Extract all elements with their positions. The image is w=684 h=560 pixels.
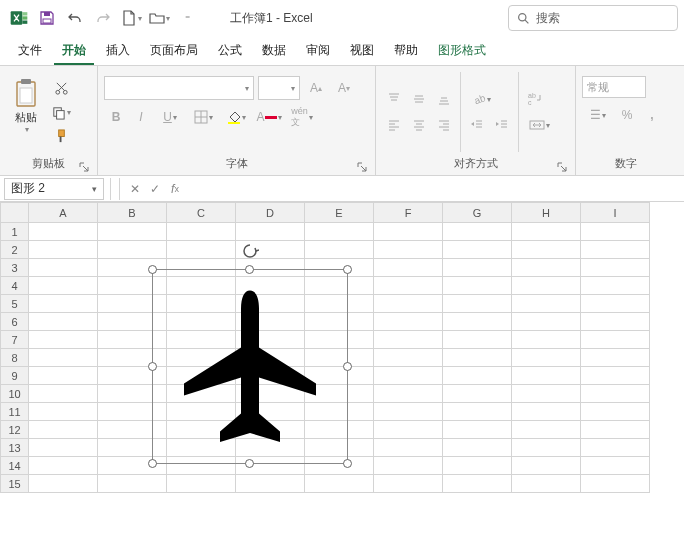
cell[interactable] (374, 439, 443, 457)
cell[interactable] (29, 439, 98, 457)
tab-review[interactable]: 审阅 (298, 37, 338, 65)
tab-formulas[interactable]: 公式 (210, 37, 250, 65)
cell[interactable] (29, 295, 98, 313)
cell[interactable] (374, 475, 443, 493)
cell[interactable] (29, 313, 98, 331)
cell[interactable] (581, 439, 650, 457)
cell[interactable] (167, 475, 236, 493)
cell[interactable] (374, 349, 443, 367)
row-header-11[interactable]: 11 (1, 403, 29, 421)
cell[interactable] (512, 367, 581, 385)
number-format-combo[interactable]: 常规 (582, 76, 646, 98)
resize-handle-se[interactable] (343, 459, 352, 468)
cell[interactable] (29, 259, 98, 277)
col-header-D[interactable]: D (236, 203, 305, 223)
cell[interactable] (374, 421, 443, 439)
cell[interactable] (29, 403, 98, 421)
merge-center-button[interactable]: ▾ (523, 114, 555, 136)
col-header-F[interactable]: F (374, 203, 443, 223)
cell[interactable] (581, 385, 650, 403)
cell[interactable] (374, 277, 443, 295)
cell[interactable] (29, 223, 98, 241)
align-bottom-button[interactable] (432, 88, 456, 110)
cell[interactable] (581, 223, 650, 241)
align-middle-button[interactable] (407, 88, 431, 110)
cell[interactable] (374, 331, 443, 349)
percent-button[interactable]: % (615, 104, 639, 126)
cell[interactable] (512, 439, 581, 457)
cell[interactable] (443, 349, 512, 367)
cell[interactable] (581, 403, 650, 421)
cell[interactable] (443, 421, 512, 439)
undo-icon[interactable] (62, 5, 88, 31)
cell[interactable] (305, 223, 374, 241)
cell[interactable] (29, 385, 98, 403)
open-file-icon[interactable]: ▾ (146, 5, 172, 31)
col-header-E[interactable]: E (305, 203, 374, 223)
cell[interactable] (305, 241, 374, 259)
row-header-1[interactable]: 1 (1, 223, 29, 241)
new-file-icon[interactable]: ▾ (118, 5, 144, 31)
cell[interactable] (374, 457, 443, 475)
resize-handle-e[interactable] (343, 362, 352, 371)
cancel-formula-button[interactable]: ✕ (126, 180, 144, 198)
font-color-button[interactable]: A▾ (253, 106, 285, 128)
copy-button[interactable]: ▾ (48, 100, 74, 124)
cell[interactable] (443, 277, 512, 295)
cell[interactable] (98, 223, 167, 241)
cell[interactable] (512, 385, 581, 403)
confirm-formula-button[interactable]: ✓ (146, 180, 164, 198)
cell[interactable] (443, 241, 512, 259)
row-header-10[interactable]: 10 (1, 385, 29, 403)
col-header-C[interactable]: C (167, 203, 236, 223)
cell[interactable] (374, 295, 443, 313)
row-header-2[interactable]: 2 (1, 241, 29, 259)
formula-input[interactable] (188, 178, 684, 200)
cell[interactable] (443, 403, 512, 421)
cell[interactable] (443, 259, 512, 277)
tab-shape-format[interactable]: 图形格式 (430, 37, 494, 65)
cell[interactable] (512, 241, 581, 259)
resize-handle-nw[interactable] (148, 265, 157, 274)
cell[interactable] (443, 457, 512, 475)
align-left-button[interactable] (382, 114, 406, 136)
select-all-corner[interactable] (1, 203, 29, 223)
cell[interactable] (512, 223, 581, 241)
phonetic-button[interactable]: wén文▾ (286, 106, 318, 128)
excel-app-icon[interactable] (6, 5, 32, 31)
cell[interactable] (512, 259, 581, 277)
currency-button[interactable]: ☰▾ (582, 104, 614, 126)
wrap-text-button[interactable]: abc (523, 88, 547, 110)
save-icon[interactable] (34, 5, 60, 31)
align-right-button[interactable] (432, 114, 456, 136)
orientation-button[interactable]: ab▾ (465, 88, 497, 110)
cell[interactable] (581, 367, 650, 385)
tab-view[interactable]: 视图 (342, 37, 382, 65)
cell[interactable] (29, 277, 98, 295)
cell[interactable] (581, 259, 650, 277)
cell[interactable] (512, 295, 581, 313)
cell[interactable] (374, 223, 443, 241)
cell[interactable] (29, 241, 98, 259)
cell[interactable] (581, 349, 650, 367)
cell[interactable] (374, 313, 443, 331)
cell[interactable] (512, 313, 581, 331)
paste-button[interactable]: 粘贴 ▾ (6, 76, 46, 148)
font-size-combo[interactable]: ▾ (258, 76, 300, 100)
row-header-9[interactable]: 9 (1, 367, 29, 385)
cell[interactable] (374, 403, 443, 421)
row-header-15[interactable]: 15 (1, 475, 29, 493)
cell[interactable] (512, 421, 581, 439)
tab-insert[interactable]: 插入 (98, 37, 138, 65)
insert-function-button[interactable]: fx (166, 180, 184, 198)
cell[interactable] (305, 475, 374, 493)
increase-font-button[interactable]: A▴ (304, 77, 328, 99)
search-box[interactable]: 搜索 (508, 5, 678, 31)
cell[interactable] (512, 331, 581, 349)
cell[interactable] (98, 241, 167, 259)
cell[interactable] (374, 241, 443, 259)
tab-help[interactable]: 帮助 (386, 37, 426, 65)
dialog-launcher-icon[interactable] (357, 162, 367, 172)
decrease-indent-button[interactable] (465, 114, 489, 136)
row-header-6[interactable]: 6 (1, 313, 29, 331)
